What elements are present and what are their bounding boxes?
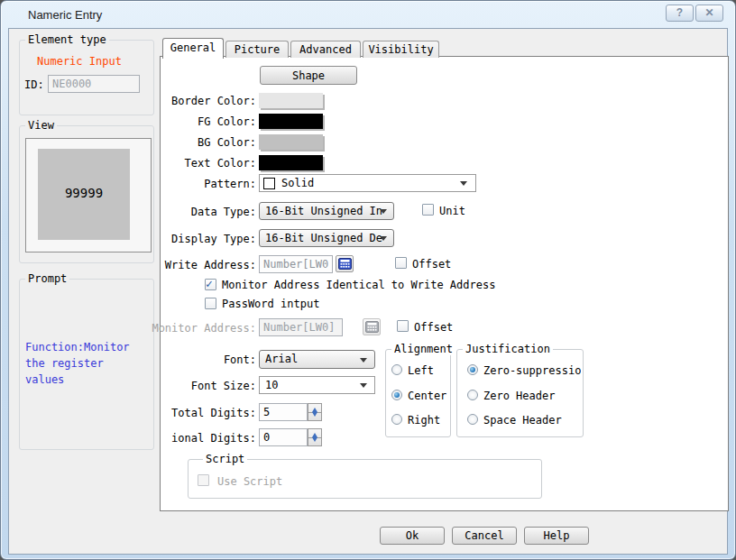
justification-space-header-label[interactable]: Space Header [483, 414, 562, 427]
prompt-group-label: Prompt [25, 272, 69, 285]
stepper-divider [308, 412, 321, 413]
element-type-group-label: Element type [25, 33, 109, 46]
offset-write-label[interactable]: Offset [412, 258, 451, 271]
help-button[interactable]: Help [524, 527, 589, 545]
text-color-swatch[interactable] [259, 155, 323, 170]
border-color-swatch[interactable] [259, 93, 323, 108]
write-address-label: Write Address: [136, 259, 256, 271]
pattern-value: Solid [281, 177, 314, 189]
justification-space-header-radio[interactable] [467, 414, 478, 425]
id-label: ID: [24, 78, 44, 91]
monitor-address-field [259, 318, 343, 336]
chevron-down-icon [460, 181, 467, 186]
justification-zero-header-radio[interactable] [467, 390, 478, 400]
password-input-label[interactable]: PassWord intput [222, 298, 319, 310]
keypad-icon [338, 258, 352, 270]
close-icon[interactable]: ✕ [695, 5, 723, 22]
prompt-text-line3: values [25, 373, 64, 386]
write-address-keypad-button[interactable] [336, 255, 354, 272]
offset-write-checkbox[interactable] [395, 257, 407, 269]
script-group-label: Script [203, 453, 247, 465]
unit-checkbox-label[interactable]: Unit [439, 205, 465, 217]
alignment-center-label[interactable]: Center [408, 390, 446, 402]
alignment-right-label[interactable]: Right [408, 414, 440, 427]
pattern-select[interactable]: Solid [259, 174, 476, 192]
monitor-identical-checkbox[interactable] [205, 279, 216, 290]
fg-color-swatch[interactable] [259, 114, 323, 129]
data-type-value: 16-Bit Unsigned In [265, 205, 382, 217]
display-type-label: Display Type: [136, 233, 256, 245]
font-select[interactable]: Arial [259, 350, 375, 369]
justification-zero-header-label[interactable]: Zero Header [483, 390, 555, 402]
bg-color-swatch[interactable] [259, 134, 323, 150]
tab-picture[interactable]: Picture [225, 41, 289, 58]
justification-zero-suppression-label[interactable]: Zero-suppressio [483, 364, 581, 377]
use-script-label: Use Script [217, 475, 282, 488]
view-preview-value: 99999 [38, 186, 130, 200]
offset-monitor-checkbox[interactable] [397, 320, 409, 332]
write-address-field[interactable] [259, 255, 333, 273]
alignment-center-radio[interactable] [391, 390, 402, 400]
justification-zero-suppression-radio[interactable] [467, 364, 478, 375]
font-size-value: 10 [265, 379, 278, 391]
use-script-checkbox [198, 474, 209, 486]
prompt-text-line1: Function:Monitor [25, 341, 130, 353]
border-color-label: Border Color: [136, 95, 256, 107]
display-type-select[interactable]: 16-Bit Unsigned De [259, 229, 394, 247]
chevron-down-icon [380, 236, 387, 241]
unit-checkbox[interactable] [422, 204, 434, 216]
total-digits-field[interactable] [259, 403, 308, 421]
ok-button[interactable]: Ok [380, 527, 445, 545]
tab-advanced[interactable]: Advanced [290, 41, 361, 58]
numeric-entry-dialog: Nameric Entry ? ✕ Element type Numeric I… [0, 0, 736, 560]
alignment-group-label: Alignment [391, 343, 455, 355]
font-size-select[interactable]: 10 [259, 376, 375, 394]
help-icon[interactable]: ? [666, 5, 694, 22]
tab-visibility[interactable]: Visibility [363, 41, 439, 58]
fractional-digits-field[interactable] [259, 428, 308, 446]
stepper-divider [308, 437, 321, 438]
chevron-down-icon [360, 358, 367, 363]
total-digits-stepper[interactable] [308, 403, 322, 421]
pattern-preview-icon [263, 178, 275, 189]
font-label: Font: [136, 353, 256, 366]
monitor-address-keypad-button [363, 318, 381, 335]
alignment-left-radio[interactable] [391, 364, 402, 375]
fractional-digits-stepper[interactable] [308, 428, 322, 446]
alignment-left-label[interactable]: Left [408, 364, 434, 377]
password-input-checkbox[interactable] [205, 298, 216, 309]
monitor-address-label: Monitor Address: [136, 322, 256, 335]
data-type-label: Data Type: [136, 206, 256, 218]
data-type-select[interactable]: 16-Bit Unsigned In [259, 202, 394, 220]
monitor-identical-label[interactable]: Monitor Address Identical to Write Addre… [222, 279, 495, 291]
bg-color-label: BG Color: [136, 136, 256, 149]
font-value: Arial [265, 353, 298, 365]
tab-general[interactable]: General [162, 38, 224, 59]
prompt-text-line2: the register [25, 357, 104, 370]
shape-button[interactable]: Shape [260, 66, 357, 85]
alignment-right-radio[interactable] [391, 414, 402, 425]
font-size-label: Font Size: [136, 380, 256, 392]
cancel-button[interactable]: Cancel [452, 527, 517, 545]
element-type-value: Numeric Input [37, 55, 122, 68]
fractional-digits-label: ional Digits: [136, 432, 256, 445]
chevron-down-icon [360, 383, 367, 388]
chevron-down-icon [380, 209, 387, 214]
total-digits-label: Total Digits: [136, 407, 256, 419]
view-group-label: View [25, 119, 57, 132]
display-type-value: 16-Bit Unsigned De [265, 232, 382, 244]
justification-group-label: Justification [463, 343, 553, 355]
offset-monitor-label[interactable]: Offset [414, 321, 453, 334]
text-color-label: Text Color: [136, 157, 256, 170]
keypad-icon [365, 321, 379, 333]
fg-color-label: FG Color: [136, 115, 256, 128]
pattern-label: Pattern: [136, 178, 256, 190]
dialog-title: Nameric Entry [28, 8, 102, 22]
id-field [48, 75, 140, 93]
